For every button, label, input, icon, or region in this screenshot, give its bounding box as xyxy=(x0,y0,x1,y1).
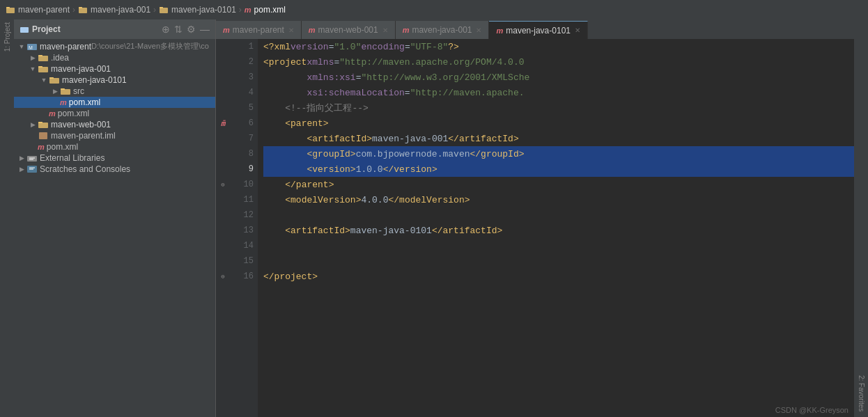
tree-item-pom001[interactable]: ▶ m pom.xml xyxy=(14,108,215,119)
tree-item-iml[interactable]: ▶ maven-parent.iml xyxy=(14,130,215,141)
tree-item-label-scratches: Scratches and Consoles xyxy=(40,164,130,174)
code-line-11: <modelVersion>4.0.0</modelVersion> xyxy=(263,192,854,207)
module-folder-icon-0101 xyxy=(49,75,60,85)
code-line-16: </project> xyxy=(263,269,854,284)
right-strip-label: 2: Favorites xyxy=(858,375,865,411)
line-num-1: 1 xyxy=(230,39,258,54)
expand-arrow: ▼ xyxy=(17,42,26,52)
gutter-area: m̄ ⊖ ⊖ xyxy=(216,39,230,417)
tree-container[interactable]: ▼ M maven-parent D:\course\21-Maven多模块管理… xyxy=(14,39,215,417)
tree-item-label-iml: maven-parent.iml xyxy=(51,131,116,141)
svg-rect-0 xyxy=(6,8,15,13)
svg-rect-17 xyxy=(38,123,48,128)
tab-close-java0101[interactable]: ✕ xyxy=(575,26,580,34)
tree-item-web001[interactable]: ▶ maven-web-001 xyxy=(14,119,215,130)
gutter-15 xyxy=(216,253,230,269)
add-btn[interactable]: ⊕ xyxy=(162,24,170,35)
folder-icon-2 xyxy=(78,5,88,15)
tree-item-label-idea: .idea xyxy=(51,53,69,63)
tree-item-label-extlibs: External Libraries xyxy=(40,153,104,163)
line-num-11: 11 xyxy=(230,192,258,207)
breadcrumb-item-4: pom.xml xyxy=(254,5,286,15)
tab-maven-parent[interactable]: m maven-parent ✕ xyxy=(216,21,302,39)
code-line-13: <artifactId>maven-java-0101</artifactId> xyxy=(263,223,854,238)
gutter-2 xyxy=(216,54,230,70)
tree-item-src[interactable]: ▶ src xyxy=(14,86,215,97)
tab-maven-java0101[interactable]: m maven-java-0101 ✕ xyxy=(489,21,588,39)
libs-icon xyxy=(26,153,38,163)
code-line-15 xyxy=(263,253,854,269)
tree-item-label-pom0101: pom.xml xyxy=(69,97,100,107)
project-panel-title: Project xyxy=(32,24,159,34)
gutter-6: m̄ xyxy=(216,116,230,131)
code-line-5: <!--指向父工程--> xyxy=(263,100,854,116)
gutter-13 xyxy=(216,223,230,238)
sort-btn[interactable]: ⇅ xyxy=(174,24,183,35)
tree-item-label-java0101: maven-java-0101 xyxy=(62,75,127,85)
gutter-10: ⊖ xyxy=(216,177,230,192)
svg-rect-12 xyxy=(38,66,42,68)
code-line-3: xmlns:xsi="http://www.w3.org/2001/XMLSch… xyxy=(263,70,854,85)
expand-arrow-extlibs: ▶ xyxy=(17,153,26,163)
tree-item-maven-parent[interactable]: ▼ M maven-parent D:\course\21-Maven多模块管理… xyxy=(14,40,215,52)
tree-item-java0101[interactable]: ▼ maven-java-0101 xyxy=(14,74,215,86)
tree-item-idea[interactable]: ▶ .idea xyxy=(14,52,215,63)
editor-content: m̄ ⊖ ⊖ 1 2 3 xyxy=(216,39,854,417)
tab-maven-java001[interactable]: m maven-java-001 ✕ xyxy=(396,21,490,39)
module-icon: M xyxy=(26,42,38,52)
line-num-8: 8 xyxy=(230,146,258,162)
expand-arrow-web001: ▶ xyxy=(28,120,38,129)
svg-rect-18 xyxy=(38,122,42,123)
tab-label-web: maven-web-001 xyxy=(318,25,378,35)
code-line-9: <version>1.0.0</version> xyxy=(263,162,854,177)
breadcrumb: maven-parent › maven-java-001 › maven-ja… xyxy=(6,5,286,15)
xml-icon-pom001: m xyxy=(49,109,56,118)
code-line-1: <?xml version="1.0" encoding="UTF-8"?> xyxy=(263,39,854,54)
tab-icon-java001: m xyxy=(403,26,410,34)
gutter-3 xyxy=(216,70,230,85)
tab-maven-web[interactable]: m maven-web-001 ✕ xyxy=(302,21,396,39)
code-line-12 xyxy=(263,207,854,223)
expand-arrow-scratches: ▶ xyxy=(17,164,26,174)
breadcrumb-item-3: maven-java-0101 xyxy=(171,5,236,15)
svg-rect-19 xyxy=(39,132,47,139)
tab-label-java001: maven-java-001 xyxy=(412,25,472,35)
gutter-5 xyxy=(216,100,230,116)
left-strip-label: 1: Project xyxy=(3,22,11,52)
tree-item-pom0101[interactable]: ▶ m pom.xml xyxy=(14,97,215,108)
tree-item-ext-libs[interactable]: ▶ External Libraries xyxy=(14,152,215,164)
code-line-10: </parent> xyxy=(263,177,854,192)
settings-btn[interactable]: ⚙ xyxy=(187,24,196,35)
line-num-6: 6 xyxy=(230,116,258,131)
tree-item-scratches[interactable]: ▶ Scratches and Consoles xyxy=(14,164,215,175)
tree-item-java001[interactable]: ▼ maven-java-001 xyxy=(14,63,215,74)
left-strip: 1: Project xyxy=(0,19,14,417)
line-num-5: 5 xyxy=(230,100,258,116)
tab-close-parent[interactable]: ✕ xyxy=(288,26,294,34)
tab-label-parent: maven-parent xyxy=(233,25,284,35)
tree-item-label-pomparent: pom.xml xyxy=(47,142,78,152)
svg-rect-1 xyxy=(6,7,10,8)
project-icon xyxy=(20,24,29,34)
line-num-13: 13 xyxy=(230,223,258,238)
tab-close-web[interactable]: ✕ xyxy=(382,26,388,34)
tree-item-label-src: src xyxy=(73,86,84,96)
line-num-7: 7 xyxy=(230,131,258,146)
line-numbers: 1 2 3 4 5 6 7 8 9 10 11 12 13 14 15 16 xyxy=(230,39,258,417)
svg-text:M: M xyxy=(29,45,33,50)
web-folder-icon xyxy=(38,120,49,129)
svg-rect-20 xyxy=(27,156,37,162)
tree-item-pomparent[interactable]: ▶ m pom.xml xyxy=(14,141,215,152)
scratches-icon xyxy=(26,164,38,174)
code-line-6: <parent> xyxy=(263,116,854,131)
gutter-fold-icon[interactable]: ⊖ xyxy=(221,181,224,189)
svg-rect-5 xyxy=(160,7,163,8)
collapse-btn[interactable]: — xyxy=(200,24,210,35)
gutter-11 xyxy=(216,192,230,207)
code-area[interactable]: <?xml version="1.0" encoding="UTF-8"?> <… xyxy=(258,39,854,417)
line-num-9: 9 xyxy=(230,162,258,177)
tab-close-java001[interactable]: ✕ xyxy=(476,26,481,34)
gutter-fold-icon-16[interactable]: ⊖ xyxy=(221,273,224,281)
gutter-12 xyxy=(216,207,230,223)
line-num-12: 12 xyxy=(230,207,258,223)
